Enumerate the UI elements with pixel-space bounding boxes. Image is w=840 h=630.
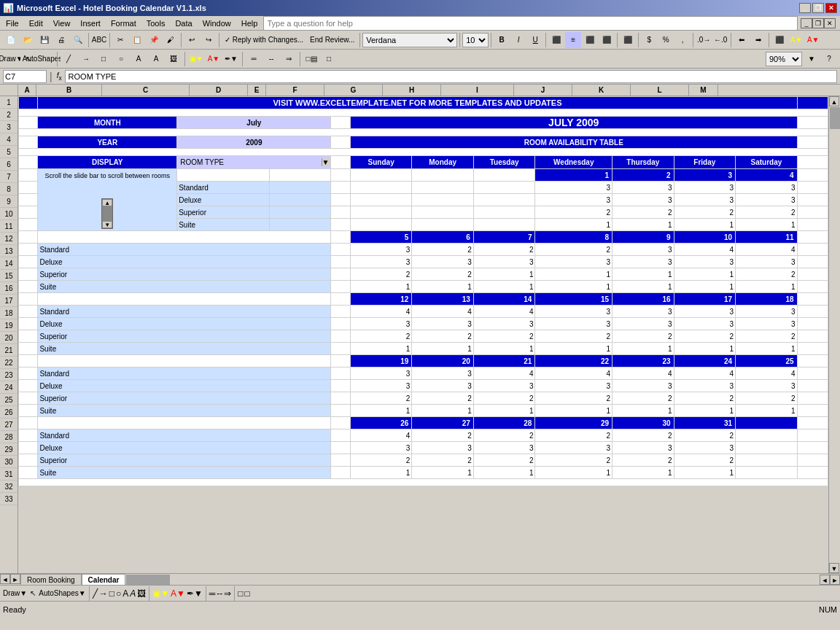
app-minimize-button[interactable]: _ xyxy=(801,18,812,28)
col-header-b[interactable]: B xyxy=(36,85,102,96)
line-color-btn[interactable]: ✒▼ xyxy=(223,51,239,67)
increase-decimal-button[interactable]: .0→ xyxy=(696,32,712,48)
font-selector[interactable]: Verdana xyxy=(362,33,457,47)
print-preview-button[interactable]: 🔍 xyxy=(70,32,86,48)
dropdown-arrow-icon[interactable]: ▼ xyxy=(322,158,331,166)
rect-draw-icon[interactable]: □ xyxy=(109,588,114,599)
3d-draw-icon[interactable]: □ xyxy=(245,588,250,599)
menu-window[interactable]: Window xyxy=(198,18,236,28)
shadow-btn[interactable]: □▤ xyxy=(303,51,319,67)
menu-view[interactable]: View xyxy=(49,18,75,28)
help-btn[interactable]: ? xyxy=(821,51,837,67)
draw-label[interactable]: Draw▼ xyxy=(3,589,27,597)
line-draw-icon[interactable]: ╱ xyxy=(93,588,98,599)
autoshapes-label[interactable]: AutoShapes▼ xyxy=(39,589,85,597)
bold-button[interactable]: B xyxy=(494,32,510,48)
font-color-button[interactable]: A▼ xyxy=(805,32,821,48)
cell-c7-roomtype[interactable]: ROOM TYPE ▼ xyxy=(177,156,331,169)
col-header-a[interactable]: A xyxy=(18,85,36,96)
tab-scroll-left[interactable]: ◄ xyxy=(0,574,10,584)
print-button[interactable]: 🖨 xyxy=(53,32,69,48)
scroll-thumb[interactable] xyxy=(102,206,112,221)
col-header-h[interactable]: H xyxy=(383,85,441,96)
insert-wordart-btn[interactable]: A xyxy=(148,51,164,67)
arrow-style-btn[interactable]: ⇒ xyxy=(281,51,297,67)
scroll-up-btn[interactable]: ▲ xyxy=(102,199,112,206)
increase-indent-button[interactable]: ➡ xyxy=(750,32,766,48)
col-header-m[interactable]: M xyxy=(689,85,718,96)
fill-color-draw-icon[interactable]: ▣▼ xyxy=(152,588,169,599)
app-restore-button[interactable]: ❐ xyxy=(812,18,824,28)
scroll-up-icon[interactable]: ▲ xyxy=(829,96,839,106)
line-style-draw-icon[interactable]: ═ xyxy=(209,588,216,599)
arrow-btn[interactable]: → xyxy=(78,51,94,67)
hscroll-right-btn[interactable]: ► xyxy=(830,575,840,585)
grid-content[interactable]: VISIT WWW.EXCELTEMPLATE.NET FOR MORE TEM… xyxy=(18,96,828,573)
dash-style-btn[interactable]: -- xyxy=(263,51,279,67)
decrease-decimal-button[interactable]: ←.0 xyxy=(712,32,728,48)
undo-button[interactable]: ↩ xyxy=(184,32,200,48)
cut-button[interactable]: ✂ xyxy=(112,32,128,48)
scroll-thumb-h[interactable] xyxy=(126,575,170,585)
tab-scroll-right[interactable]: ► xyxy=(10,574,20,584)
col-header-d[interactable]: D xyxy=(190,85,248,96)
ellipse-btn[interactable]: ○ xyxy=(113,51,129,67)
clipart-draw-icon[interactable]: 🖼 xyxy=(137,588,146,599)
text-draw-icon[interactable]: A xyxy=(122,588,128,599)
autoshapes-btn[interactable]: AutoShapes▼ xyxy=(38,51,54,67)
align-justify-button[interactable]: ⬛ xyxy=(599,32,615,48)
col-header-j[interactable]: J xyxy=(514,85,572,96)
currency-button[interactable]: $ xyxy=(641,32,657,48)
menu-file[interactable]: File xyxy=(1,18,23,28)
line-style-btn[interactable]: ═ xyxy=(246,51,262,67)
insert-clipart-btn[interactable]: 🖼 xyxy=(166,51,182,67)
borders-button[interactable]: ⬛ xyxy=(771,32,788,48)
merge-center-button[interactable]: ⬛ xyxy=(620,32,636,48)
paste-button[interactable]: 📌 xyxy=(146,32,162,48)
ellipse-draw-icon[interactable]: ○ xyxy=(116,588,121,599)
arrow-cursor-icon[interactable]: ↖ xyxy=(28,589,37,597)
menu-tools[interactable]: Tools xyxy=(142,18,170,28)
line-btn[interactable]: ╱ xyxy=(61,51,77,67)
cell-reference-box[interactable] xyxy=(3,70,47,83)
tab-room-booking[interactable]: Room Booking xyxy=(20,574,82,586)
italic-button[interactable]: I xyxy=(510,32,526,48)
col-header-f[interactable]: F xyxy=(266,85,324,96)
col-header-g[interactable]: G xyxy=(324,85,383,96)
percent-button[interactable]: % xyxy=(658,32,674,48)
menu-edit[interactable]: Edit xyxy=(25,18,47,28)
shadow-draw-icon[interactable]: □ xyxy=(238,588,243,599)
decrease-indent-button[interactable]: ⬅ xyxy=(734,32,750,48)
app-close-button[interactable]: ✕ xyxy=(824,18,836,28)
dash-style-draw-icon[interactable]: -- xyxy=(217,588,222,599)
zoom-selector[interactable]: 90% xyxy=(766,52,802,66)
col-header-l[interactable]: L xyxy=(631,85,689,96)
underline-button[interactable]: U xyxy=(527,32,543,48)
hscroll-left-btn[interactable]: ◄ xyxy=(820,575,830,585)
scroll-down-btn[interactable]: ▼ xyxy=(102,221,112,228)
align-right-button[interactable]: ⬛ xyxy=(582,32,598,48)
close-button[interactable]: ✕ xyxy=(825,3,837,13)
align-center-button[interactable]: ≡ xyxy=(565,32,581,48)
spell-check-button[interactable]: ABC xyxy=(91,32,107,48)
line-color-draw-icon[interactable]: ✒▼ xyxy=(187,588,203,599)
copy-button[interactable]: 📋 xyxy=(129,32,145,48)
open-button[interactable]: 📂 xyxy=(20,32,36,48)
restore-button[interactable]: ❐ xyxy=(812,3,824,13)
rect-btn[interactable]: □ xyxy=(96,51,112,67)
menu-format[interactable]: Format xyxy=(106,18,141,28)
tab-calendar[interactable]: Calendar xyxy=(82,574,126,586)
textbox-btn[interactable]: A xyxy=(131,51,147,67)
font-color-draw-icon[interactable]: A▼ xyxy=(171,588,185,599)
align-left-button[interactable]: ⬛ xyxy=(548,32,564,48)
minimize-button[interactable]: _ xyxy=(799,3,811,13)
col-header-k[interactable]: K xyxy=(572,85,631,96)
zoom-dropdown-btn[interactable]: ▼ xyxy=(804,51,820,67)
scroll-thumb-v[interactable] xyxy=(830,107,840,129)
menu-help[interactable]: Help xyxy=(237,18,262,28)
format-painter-button[interactable]: 🖌 xyxy=(163,32,179,48)
formula-input[interactable] xyxy=(65,70,837,83)
fill-color-button[interactable]: A▼ xyxy=(788,32,804,48)
vertical-scrollbar[interactable]: ▲ ▼ xyxy=(828,96,840,573)
col-header-i[interactable]: I xyxy=(441,85,514,96)
